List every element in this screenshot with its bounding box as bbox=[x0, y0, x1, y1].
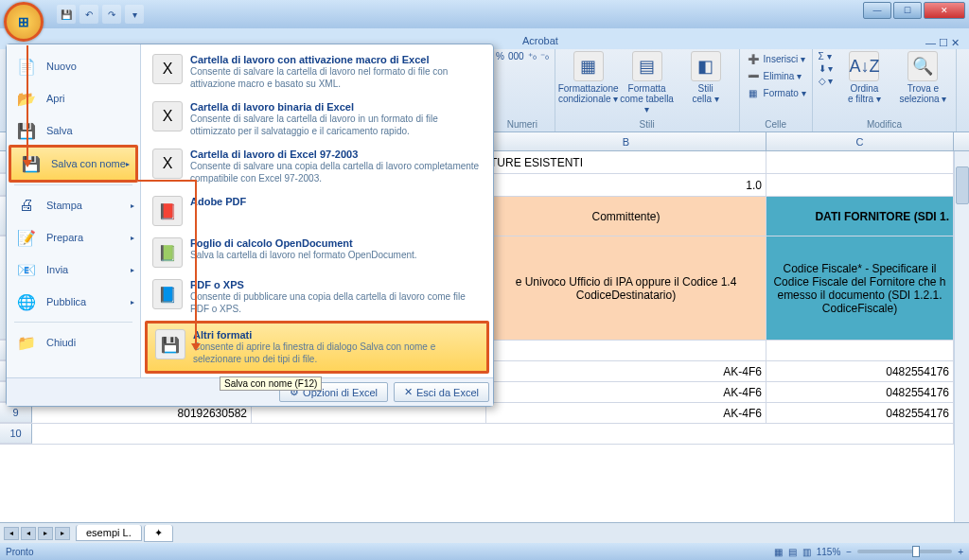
cell[interactable]: 0482554176 bbox=[766, 361, 954, 381]
qat-save-icon[interactable]: 💾 bbox=[57, 5, 76, 24]
ribbon-group-cells: ➕Inserisci ▾ ➖Elimina ▾ ▦Formato ▾ Celle bbox=[740, 49, 813, 131]
other-formats-icon: 💾 bbox=[155, 329, 185, 359]
autosum-button[interactable]: Σ ▾ bbox=[819, 51, 834, 61]
menu-send[interactable]: 📧Invia▸ bbox=[7, 254, 140, 286]
col-header-b[interactable]: B bbox=[486, 132, 766, 150]
group-label-cells: Celle bbox=[746, 118, 806, 130]
view-layout-icon[interactable]: ▤ bbox=[788, 547, 797, 557]
save-as-macro[interactable]: XCartella di lavoro con attivazione macr… bbox=[145, 48, 489, 96]
sheet-tabs-bar: ◂◂▸▸ esempi L. ✦ bbox=[0, 522, 969, 543]
fill-button[interactable]: ⬇ ▾ bbox=[819, 63, 834, 74]
prepare-icon: 📝 bbox=[16, 227, 37, 248]
print-icon: 🖨 bbox=[16, 195, 37, 216]
decrease-decimal-button[interactable]: ⁻₀ bbox=[540, 51, 549, 61]
view-pagebreak-icon[interactable]: ▥ bbox=[802, 547, 811, 557]
exit-excel-button[interactable]: ✕Esci da Excel bbox=[394, 382, 489, 402]
zoom-out-button[interactable]: − bbox=[846, 547, 852, 557]
chevron-right-icon: ▸ bbox=[131, 298, 134, 306]
annotation-arrow bbox=[26, 45, 28, 165]
window-controls: — ☐ ✕ bbox=[863, 2, 965, 19]
cell[interactable]: AK-4F6 bbox=[486, 403, 766, 423]
vertical-scrollbar[interactable] bbox=[954, 151, 969, 522]
scrollbar-thumb[interactable] bbox=[956, 166, 969, 204]
keyboard-tooltip: Salva con nome (F12) bbox=[220, 376, 322, 391]
conditional-formatting-button[interactable]: ▦Formattazione condizionale ▾ bbox=[561, 51, 616, 104]
minimize-button[interactable]: — bbox=[863, 2, 891, 19]
menu-prepare[interactable]: 📝Prepara▸ bbox=[7, 221, 140, 254]
row-header[interactable]: 10 bbox=[0, 424, 32, 444]
new-sheet-button[interactable]: ✦ bbox=[144, 525, 173, 542]
col-header-c[interactable]: C bbox=[766, 132, 954, 150]
sheet-tab[interactable]: esempi L. bbox=[76, 525, 142, 541]
group-label-edit: Modifica bbox=[819, 118, 951, 130]
qat-customize-icon[interactable]: ▾ bbox=[125, 5, 144, 24]
percent-button[interactable]: % bbox=[496, 51, 504, 61]
ribbon-minimize-icon[interactable]: — ☐ ✕ bbox=[925, 37, 969, 49]
sort-icon: A↓Z bbox=[849, 51, 879, 81]
office-menu: 📄Nuovo 📂Apri 💾Salva 💾Salva con nome▸ 🖨St… bbox=[6, 44, 494, 407]
view-normal-icon[interactable]: ▦ bbox=[774, 547, 783, 557]
format-as-table-button[interactable]: ▤Formatta come tabella ▾ bbox=[620, 51, 675, 114]
cell[interactable]: AK-4F6 bbox=[486, 361, 766, 381]
sheet-nav-buttons[interactable]: ◂◂▸▸ bbox=[0, 527, 74, 540]
cell[interactable]: 0482554176 bbox=[766, 382, 954, 402]
chevron-right-icon: ▸ bbox=[131, 234, 134, 242]
delete-cells-button[interactable]: ➖Elimina ▾ bbox=[746, 68, 802, 83]
increase-decimal-button[interactable]: ⁺₀ bbox=[528, 51, 537, 61]
cell[interactable]: TURE ESISTENTI bbox=[486, 151, 766, 173]
cell[interactable]: 1.0 bbox=[486, 174, 766, 196]
thousands-button[interactable]: 000 bbox=[508, 51, 524, 61]
ribbon-group-number: % 000 ⁺₀ ⁻₀ Numeri bbox=[490, 49, 555, 131]
delete-icon: ➖ bbox=[746, 68, 761, 83]
zoom-slider[interactable] bbox=[857, 550, 952, 553]
chevron-right-icon: ▸ bbox=[131, 201, 134, 210]
publish-icon: 🌐 bbox=[16, 291, 37, 312]
menu-print[interactable]: 🖨Stampa▸ bbox=[7, 189, 140, 221]
maximize-button[interactable]: ☐ bbox=[893, 2, 922, 19]
menu-close[interactable]: 📁Chiudi bbox=[7, 326, 140, 359]
separator bbox=[14, 184, 132, 185]
excel-binary-icon: X bbox=[152, 101, 183, 131]
tab-acrobat[interactable]: Acrobat bbox=[511, 32, 570, 49]
clear-button[interactable]: ◇ ▾ bbox=[819, 76, 834, 86]
qat-redo-icon[interactable]: ↷ bbox=[102, 5, 121, 24]
ribbon-group-edit: Σ ▾ ⬇ ▾ ◇ ▾ A↓ZOrdina e filtra ▾ 🔍Trova … bbox=[813, 49, 958, 131]
cell[interactable]: e Univoco Ufficio di IPA oppure il Codic… bbox=[486, 236, 766, 340]
separator bbox=[14, 322, 132, 323]
insert-cells-button[interactable]: ➕Inserisci ▾ bbox=[746, 51, 805, 66]
zoom-level[interactable]: 115% bbox=[817, 547, 841, 557]
sort-filter-button[interactable]: A↓ZOrdina e filtra ▾ bbox=[837, 51, 891, 104]
cell[interactable]: 0482554176 bbox=[766, 403, 954, 423]
office-menu-right: XCartella di lavoro con attivazione macr… bbox=[141, 44, 493, 377]
format-cells-button[interactable]: ▦Formato ▾ bbox=[746, 85, 806, 100]
annotation-arrow bbox=[195, 180, 197, 348]
cell-styles-button[interactable]: ◧Stili cella ▾ bbox=[678, 51, 733, 104]
group-label-styles: Stili bbox=[561, 118, 733, 130]
cell[interactable]: Committente) bbox=[486, 197, 766, 236]
close-folder-icon: 📁 bbox=[16, 332, 37, 353]
office-button[interactable]: ⊞ bbox=[4, 2, 44, 42]
zoom-in-button[interactable]: + bbox=[958, 547, 963, 557]
cell-styles-icon: ◧ bbox=[691, 51, 721, 81]
menu-publish[interactable]: 🌐Pubblica▸ bbox=[7, 286, 140, 318]
odf-icon: 📗 bbox=[152, 237, 183, 268]
qat-undo-icon[interactable]: ↶ bbox=[79, 5, 98, 24]
annotation-arrow bbox=[138, 180, 195, 182]
cell[interactable]: AK-4F6 bbox=[486, 382, 766, 402]
cell[interactable]: DATI FORNITORE (SDI 1. bbox=[766, 197, 954, 236]
adobe-pdf-icon: 📕 bbox=[152, 196, 183, 226]
chevron-right-icon: ▸ bbox=[126, 160, 130, 168]
zoom-slider-thumb[interactable] bbox=[912, 546, 920, 557]
find-select-button[interactable]: 🔍Trova e seleziona ▾ bbox=[895, 51, 950, 104]
pdf-xps-icon: 📘 bbox=[152, 279, 183, 309]
chevron-right-icon: ▸ bbox=[131, 266, 134, 274]
exit-icon: ✕ bbox=[404, 386, 413, 398]
close-button[interactable]: ✕ bbox=[924, 2, 965, 19]
cell[interactable]: Codice Fiscale* - Specificare il Codice … bbox=[766, 236, 954, 340]
conditional-formatting-icon: ▦ bbox=[573, 51, 604, 81]
ribbon-group-styles: ▦Formattazione condizionale ▾ ▤Formatta … bbox=[555, 49, 740, 131]
format-icon: ▦ bbox=[746, 85, 761, 100]
save-as-binary[interactable]: XCartella di lavoro binaria di ExcelCons… bbox=[145, 96, 489, 143]
send-icon: 📧 bbox=[16, 259, 37, 280]
quick-access-toolbar: 💾 ↶ ↷ ▾ bbox=[57, 5, 144, 24]
